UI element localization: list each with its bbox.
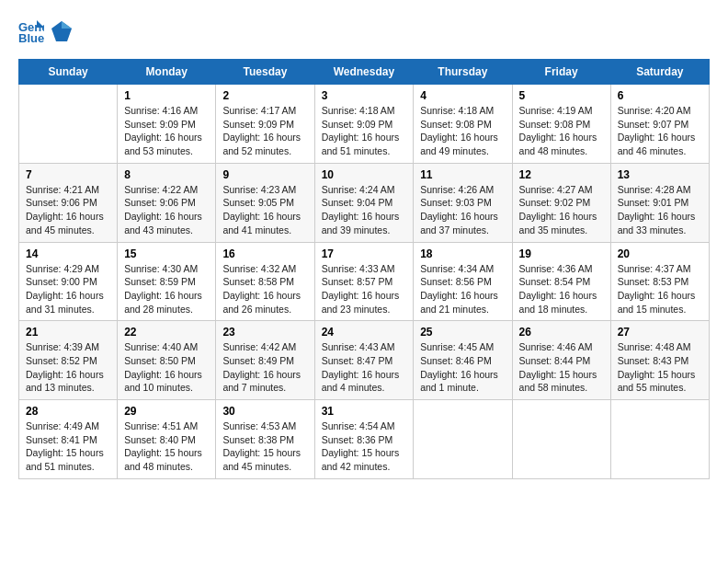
calendar-week-row: 21Sunrise: 4:39 AM Sunset: 8:52 PM Dayli… [19,321,710,400]
calendar-cell [610,400,709,479]
day-info: Sunrise: 4:43 AM Sunset: 8:47 PM Dayligh… [322,340,407,395]
day-info: Sunrise: 4:36 AM Sunset: 8:54 PM Dayligh… [519,262,604,316]
day-info: Sunrise: 4:29 AM Sunset: 9:00 PM Dayligh… [26,262,110,316]
page-header: General Blue [18,18,710,44]
calendar-cell: 13Sunrise: 4:28 AM Sunset: 9:01 PM Dayli… [610,163,709,242]
weekday-header: Monday [118,60,216,85]
calendar-week-row: 14Sunrise: 4:29 AM Sunset: 9:00 PM Dayli… [19,242,710,321]
day-info: Sunrise: 4:30 AM Sunset: 8:59 PM Dayligh… [124,262,209,316]
day-number: 12 [519,168,604,181]
calendar-cell: 27Sunrise: 4:48 AM Sunset: 8:43 PM Dayli… [610,321,709,400]
day-number: 26 [519,326,604,339]
calendar-body: 1Sunrise: 4:16 AM Sunset: 9:09 PM Daylig… [19,85,710,479]
day-info: Sunrise: 4:32 AM Sunset: 8:58 PM Dayligh… [222,262,307,316]
day-info: Sunrise: 4:26 AM Sunset: 9:03 PM Dayligh… [420,183,505,237]
day-info: Sunrise: 4:18 AM Sunset: 9:09 PM Dayligh… [322,104,407,158]
day-number: 21 [26,326,110,339]
calendar-cell: 6Sunrise: 4:20 AM Sunset: 9:07 PM Daylig… [610,85,709,164]
day-info: Sunrise: 4:51 AM Sunset: 8:40 PM Dayligh… [124,419,209,474]
day-info: Sunrise: 4:21 AM Sunset: 9:06 PM Dayligh… [26,183,110,237]
day-number: 4 [420,89,505,102]
calendar-cell: 20Sunrise: 4:37 AM Sunset: 8:53 PM Dayli… [610,242,709,321]
day-number: 13 [618,168,702,181]
day-info: Sunrise: 4:17 AM Sunset: 9:09 PM Dayligh… [222,104,307,158]
day-number: 8 [124,168,209,181]
calendar-cell: 9Sunrise: 4:23 AM Sunset: 9:05 PM Daylig… [216,163,314,242]
day-number: 23 [222,326,307,339]
calendar-table: SundayMondayTuesdayWednesdayThursdayFrid… [18,59,710,479]
calendar-cell: 18Sunrise: 4:34 AM Sunset: 8:56 PM Dayli… [414,242,512,321]
calendar-cell: 8Sunrise: 4:22 AM Sunset: 9:06 PM Daylig… [118,163,216,242]
weekday-header: Wednesday [314,60,414,85]
day-number: 1 [124,89,209,102]
logo-flag-icon [51,21,72,41]
calendar-cell: 10Sunrise: 4:24 AM Sunset: 9:04 PM Dayli… [314,163,414,242]
day-info: Sunrise: 4:28 AM Sunset: 9:01 PM Dayligh… [618,183,702,237]
day-number: 24 [322,326,407,339]
day-number: 28 [26,405,110,418]
calendar-header-row: SundayMondayTuesdayWednesdayThursdayFrid… [19,60,710,85]
calendar-cell: 28Sunrise: 4:49 AM Sunset: 8:41 PM Dayli… [19,400,118,479]
day-number: 2 [222,89,307,102]
calendar-cell [414,400,512,479]
calendar-cell [512,400,610,479]
calendar-cell: 24Sunrise: 4:43 AM Sunset: 8:47 PM Dayli… [314,321,414,400]
day-number: 5 [519,89,604,102]
day-info: Sunrise: 4:54 AM Sunset: 8:36 PM Dayligh… [322,419,407,474]
weekday-header: Friday [512,60,610,85]
weekday-header: Sunday [19,60,118,85]
day-info: Sunrise: 4:46 AM Sunset: 8:44 PM Dayligh… [519,340,604,395]
calendar-cell: 21Sunrise: 4:39 AM Sunset: 8:52 PM Dayli… [19,321,118,400]
day-number: 20 [618,247,702,260]
calendar-week-row: 7Sunrise: 4:21 AM Sunset: 9:06 PM Daylig… [19,163,710,242]
calendar-cell: 3Sunrise: 4:18 AM Sunset: 9:09 PM Daylig… [314,85,414,164]
calendar-cell: 31Sunrise: 4:54 AM Sunset: 8:36 PM Dayli… [314,400,414,479]
day-number: 29 [124,405,209,418]
day-number: 3 [322,89,407,102]
calendar-cell [19,85,118,164]
calendar-cell: 22Sunrise: 4:40 AM Sunset: 8:50 PM Dayli… [118,321,216,400]
day-info: Sunrise: 4:22 AM Sunset: 9:06 PM Dayligh… [124,183,209,237]
day-info: Sunrise: 4:23 AM Sunset: 9:05 PM Dayligh… [222,183,307,237]
svg-text:Blue: Blue [18,31,44,44]
calendar-cell: 29Sunrise: 4:51 AM Sunset: 8:40 PM Dayli… [118,400,216,479]
calendar-cell: 23Sunrise: 4:42 AM Sunset: 8:49 PM Dayli… [216,321,314,400]
weekday-header: Tuesday [216,60,314,85]
day-info: Sunrise: 4:48 AM Sunset: 8:43 PM Dayligh… [618,340,702,395]
svg-marker-4 [62,21,72,29]
day-info: Sunrise: 4:19 AM Sunset: 9:08 PM Dayligh… [519,104,604,158]
calendar-cell: 14Sunrise: 4:29 AM Sunset: 9:00 PM Dayli… [19,242,118,321]
day-info: Sunrise: 4:34 AM Sunset: 8:56 PM Dayligh… [420,262,505,316]
day-number: 16 [222,247,307,260]
day-number: 14 [26,247,110,260]
day-info: Sunrise: 4:45 AM Sunset: 8:46 PM Dayligh… [420,340,505,395]
day-info: Sunrise: 4:39 AM Sunset: 8:52 PM Dayligh… [26,340,110,395]
day-number: 15 [124,247,209,260]
calendar-cell: 30Sunrise: 4:53 AM Sunset: 8:38 PM Dayli… [216,400,314,479]
day-info: Sunrise: 4:49 AM Sunset: 8:41 PM Dayligh… [26,419,110,474]
day-number: 11 [420,168,505,181]
calendar-cell: 16Sunrise: 4:32 AM Sunset: 8:58 PM Dayli… [216,242,314,321]
calendar-cell: 2Sunrise: 4:17 AM Sunset: 9:09 PM Daylig… [216,85,314,164]
logo: General Blue [18,18,72,44]
day-info: Sunrise: 4:42 AM Sunset: 8:49 PM Dayligh… [222,340,307,395]
day-info: Sunrise: 4:53 AM Sunset: 8:38 PM Dayligh… [222,419,307,474]
calendar-cell: 7Sunrise: 4:21 AM Sunset: 9:06 PM Daylig… [19,163,118,242]
day-info: Sunrise: 4:37 AM Sunset: 8:53 PM Dayligh… [618,262,702,316]
calendar-cell: 11Sunrise: 4:26 AM Sunset: 9:03 PM Dayli… [414,163,512,242]
day-number: 17 [322,247,407,260]
day-info: Sunrise: 4:33 AM Sunset: 8:57 PM Dayligh… [322,262,407,316]
day-info: Sunrise: 4:18 AM Sunset: 9:08 PM Dayligh… [420,104,505,158]
calendar-cell: 25Sunrise: 4:45 AM Sunset: 8:46 PM Dayli… [414,321,512,400]
calendar-week-row: 1Sunrise: 4:16 AM Sunset: 9:09 PM Daylig… [19,85,710,164]
day-info: Sunrise: 4:20 AM Sunset: 9:07 PM Dayligh… [618,104,702,158]
day-number: 30 [222,405,307,418]
day-number: 9 [222,168,307,181]
calendar-week-row: 28Sunrise: 4:49 AM Sunset: 8:41 PM Dayli… [19,400,710,479]
weekday-header: Saturday [610,60,709,85]
day-number: 10 [322,168,407,181]
logo-icon: General Blue [18,18,44,44]
day-number: 31 [322,405,407,418]
day-number: 22 [124,326,209,339]
calendar-cell: 12Sunrise: 4:27 AM Sunset: 9:02 PM Dayli… [512,163,610,242]
